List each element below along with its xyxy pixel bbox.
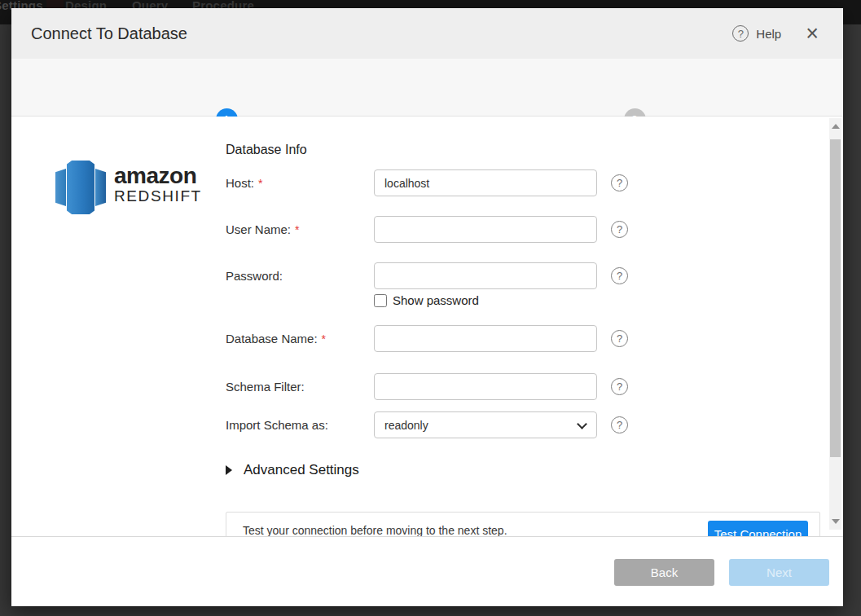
help-button[interactable]: Help — [756, 27, 781, 41]
section-title-database-info: Database Info — [226, 143, 307, 157]
logo-redshift-text: REDSHIFT — [114, 187, 202, 206]
close-icon[interactable]: × — [806, 25, 819, 42]
test-connection-hint: Test your connection before moving to th… — [243, 524, 507, 536]
scrollbar-thumb[interactable] — [830, 139, 841, 457]
import-schema-select[interactable]: readonly — [374, 411, 597, 438]
dialog-title: Connect To Database — [31, 24, 187, 43]
required-asterisk: * — [322, 332, 326, 345]
host-input[interactable] — [374, 169, 597, 196]
dialog-content: amazon REDSHIFT Database Info Host:* ? U… — [11, 117, 843, 536]
show-password-label[interactable]: Show password — [393, 293, 479, 307]
next-button[interactable]: Next — [729, 559, 829, 586]
amazon-redshift-logo: amazon REDSHIFT — [55, 159, 202, 216]
required-asterisk: * — [295, 223, 299, 236]
password-label: Password: — [226, 262, 372, 289]
import-schema-help-icon[interactable]: ? — [611, 416, 628, 433]
redshift-database-icon — [55, 161, 106, 214]
import-schema-label: Import Schema as: — [226, 411, 372, 438]
scroll-up-icon[interactable] — [832, 124, 840, 129]
username-help-icon[interactable]: ? — [611, 221, 628, 238]
database-name-label: Database Name:* — [226, 325, 372, 352]
logo-amazon-text: amazon — [114, 165, 202, 187]
test-connection-button[interactable]: Test Connection — [708, 521, 808, 536]
database-name-help-icon[interactable]: ? — [611, 330, 628, 347]
connect-to-database-dialog: Connect To Database ? Help × 1 Configure… — [11, 8, 843, 606]
help-icon[interactable]: ? — [732, 25, 749, 42]
back-button[interactable]: Back — [614, 559, 714, 586]
collapsed-arrow-icon — [226, 465, 232, 475]
chevron-down-icon — [577, 419, 587, 429]
show-password-row: Show password — [374, 293, 479, 307]
database-name-input[interactable] — [374, 325, 597, 352]
test-connection-panel: Test your connection before moving to th… — [226, 512, 820, 536]
schema-filter-help-icon[interactable]: ? — [611, 378, 628, 395]
password-input[interactable] — [374, 262, 597, 289]
required-asterisk: * — [258, 177, 262, 190]
dialog-header: Connect To Database ? Help × — [11, 8, 843, 59]
username-input[interactable] — [374, 216, 597, 243]
password-help-icon[interactable]: ? — [611, 267, 628, 284]
vertical-scrollbar[interactable] — [829, 118, 841, 530]
username-label: User Name:* — [226, 216, 372, 243]
schema-filter-input[interactable] — [374, 373, 597, 400]
dialog-footer: Back Next — [11, 536, 843, 606]
schema-filter-label: Schema Filter: — [226, 373, 372, 400]
import-schema-selected-value: readonly — [384, 419, 428, 432]
host-label: Host:* — [226, 169, 372, 196]
host-help-icon[interactable]: ? — [611, 174, 628, 191]
step-indicator: 1 Configure Settings 2 Select Tables — [11, 59, 843, 117]
advanced-settings-label: Advanced Settings — [244, 462, 359, 478]
scroll-down-icon[interactable] — [832, 519, 840, 524]
advanced-settings-toggle[interactable]: Advanced Settings — [226, 462, 359, 478]
show-password-checkbox[interactable] — [374, 294, 387, 307]
